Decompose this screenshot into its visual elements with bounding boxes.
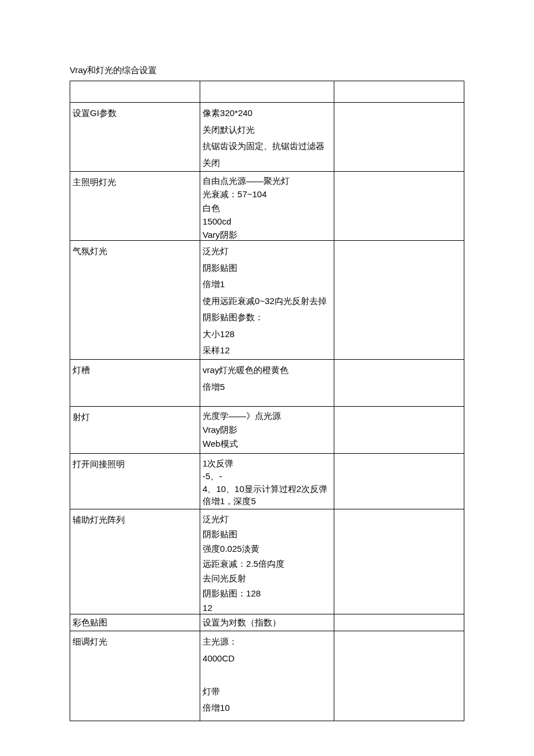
cell-line: 灯带 (203, 683, 331, 700)
cell-line: 12 (203, 601, 331, 614)
cell-line: 1500cd (203, 215, 331, 228)
table-row: 辅助灯光阵列 泛光灯 阴影贴图 强度0.025淡黄 远距衰减：2.5倍禸度 去问… (70, 509, 464, 614)
cell-line: 关闭默认灯光 (203, 122, 331, 139)
cell-line: 阴影贴图 (203, 527, 331, 542)
cell-line: 泛光灯 (203, 512, 331, 527)
cell-line: 1次反弹 (203, 457, 331, 470)
row-label: 气氛灯光 (70, 241, 200, 359)
cell-line: 主光源： (203, 634, 331, 650)
cell-line: 采样12 (203, 342, 331, 359)
cell-line: vray灯光暖色的橙黄色 (203, 362, 331, 379)
cell-line: 白色 (203, 201, 331, 215)
table-row: 细调灯光 主光源： 4000CD 灯带 倍增10 (70, 631, 464, 721)
table-row: 射灯 光度学——》点光源 Vray阴影 Web模式 (70, 407, 464, 454)
cell-line: Vray阴影 (203, 423, 331, 437)
cell-line: 4、10、10显示计算过程2次反弹 (203, 483, 331, 495)
cell-line: 阴影贴图：128 (203, 586, 331, 601)
cell-line: 像素320*240 (203, 105, 331, 122)
cell-line: 倍增1，深度5 (203, 495, 331, 508)
cell-line: -5、- (203, 470, 331, 483)
table-row (70, 81, 464, 103)
row-label: 彩色贴图 (70, 614, 200, 631)
cell-line: 泛光灯 (203, 243, 331, 260)
table-row: 灯槽 vray灯光暖色的橙黄色 倍增5 (70, 360, 464, 407)
cell-line: 阴影贴图 (203, 260, 331, 277)
cell-line: 倍增1 (203, 276, 331, 293)
cell-line: 倍增5 (203, 379, 331, 396)
cell-line: 光衰减：57~104 (203, 187, 331, 201)
table-row: 气氛灯光 泛光灯 阴影贴图 倍增1 使用远距衰减0~32禸光反射去掉 阴影贴图参… (70, 241, 464, 360)
page-title: Vray和灯光的综合设置 (70, 64, 464, 76)
cell-line: 设置为对数（指数） (203, 617, 331, 628)
row-label: 灯槽 (70, 360, 200, 406)
cell-line: 倍增10 (203, 700, 331, 717)
row-label: 设置GI参数 (70, 103, 200, 171)
cell-line: 强度0.025淡黄 (203, 541, 331, 556)
table-row: 彩色贴图 设置为对数（指数） (70, 614, 464, 631)
cell-line: 远距衰减：2.5倍禸度 (203, 556, 331, 571)
cell-line: 去问光反射 (203, 571, 331, 586)
row-label: 射灯 (70, 407, 200, 453)
cell-line: 阴影贴图参数： (203, 309, 331, 326)
row-label: 打开间接照明 (70, 454, 200, 508)
row-label: 细调灯光 (70, 631, 200, 721)
cell-line: Vary阴影 (203, 228, 331, 240)
table-row: 主照明灯光 自由点光源——聚光灯 光衰减：57~104 白色 1500cd Va… (70, 172, 464, 241)
cell-line: 自由点光源——聚光灯 (203, 174, 331, 187)
table-row: 打开间接照明 1次反弹 -5、- 4、10、10显示计算过程2次反弹 倍增1，深… (70, 454, 464, 509)
settings-table: 设置GI参数 像素320*240 关闭默认灯光 抗锯齿设为固定、抗锯齿过滤器关闭… (70, 81, 464, 721)
row-label: 主照明灯光 (70, 172, 200, 240)
table-row: 设置GI参数 像素320*240 关闭默认灯光 抗锯齿设为固定、抗锯齿过滤器关闭… (70, 103, 464, 172)
cell-line: 4000CD (203, 650, 331, 667)
row-label: 辅助灯光阵列 (70, 509, 200, 614)
cell-line: 抗锯齿设为固定、抗锯齿过滤器关闭 (203, 138, 331, 171)
cell-line: Web模式 (203, 437, 331, 451)
cell-line (203, 667, 331, 683)
cell-line: 光度学——》点光源 (203, 409, 331, 423)
cell-line: 大小128 (203, 326, 331, 343)
cell-line: 使用远距衰减0~32禸光反射去掉 (203, 293, 331, 310)
